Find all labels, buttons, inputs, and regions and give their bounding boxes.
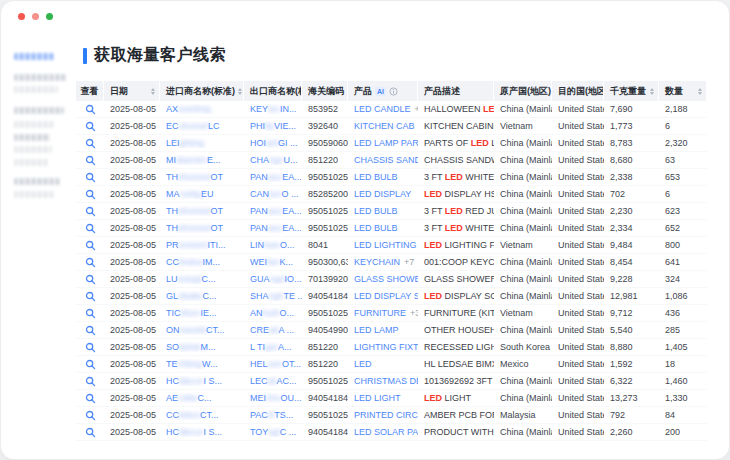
product-cell[interactable]: LED DISPLAY S+4 bbox=[348, 291, 418, 301]
exporter-link[interactable]: PANasoEA... bbox=[244, 223, 302, 233]
importer-link[interactable]: ONeworldCT... bbox=[160, 325, 244, 335]
product-cell[interactable]: KITCHEN CAB+12 bbox=[348, 121, 418, 131]
product-cell[interactable]: LED BULB bbox=[348, 223, 418, 233]
importer-link[interactable]: SOlarlukM... bbox=[160, 342, 244, 352]
importer-link[interactable]: HCldecorI S... bbox=[160, 376, 244, 386]
view-cell[interactable] bbox=[76, 291, 104, 302]
importer-link[interactable]: AXeverbrig bbox=[160, 104, 244, 114]
sidebar-item[interactable] bbox=[14, 146, 52, 153]
sidebar-item[interactable] bbox=[14, 86, 58, 93]
column-header-weight[interactable]: 千克重量 bbox=[604, 81, 659, 101]
exporter-link[interactable]: PACifiTS... bbox=[244, 410, 302, 420]
product-cell[interactable]: CHRISTMAS DE+1 bbox=[348, 376, 418, 386]
product-cell[interactable]: KEYCHAIN+7 bbox=[348, 257, 418, 267]
sidebar-item[interactable] bbox=[14, 121, 54, 128]
view-cell[interactable] bbox=[76, 359, 104, 370]
importer-link[interactable]: LUxuryglC... bbox=[160, 274, 244, 284]
product-cell[interactable]: LED BULB bbox=[348, 206, 418, 216]
importer-link[interactable]: PRemiumlITI... bbox=[160, 240, 244, 250]
product-cell[interactable]: GLASS SHOWE+2 bbox=[348, 274, 418, 284]
importer-link[interactable]: TICkfurnIE... bbox=[160, 308, 244, 318]
view-cell[interactable] bbox=[76, 325, 104, 336]
view-cell[interactable] bbox=[76, 410, 104, 421]
sort-icon[interactable] bbox=[647, 88, 654, 95]
exporter-link[interactable]: HOIanlGI ... bbox=[244, 138, 302, 148]
product-cell[interactable]: LED DISPLAY bbox=[348, 189, 418, 199]
product-cell[interactable]: LED LIGHT bbox=[348, 393, 418, 403]
sidebar-item[interactable] bbox=[14, 107, 64, 114]
sidebar-item[interactable] bbox=[14, 74, 66, 81]
exporter-link[interactable]: LECaliAC... bbox=[244, 376, 302, 386]
importer-link[interactable]: GLobalteC... bbox=[160, 291, 244, 301]
exporter-link[interactable]: LINkweO... bbox=[244, 240, 302, 250]
exporter-link[interactable]: SHAnghTE ... bbox=[244, 291, 302, 301]
view-cell[interactable] bbox=[76, 206, 104, 217]
importer-link[interactable]: AEroliteC... bbox=[160, 393, 244, 403]
exporter-link[interactable]: L TIgerA... bbox=[244, 342, 302, 352]
exporter-link[interactable]: CANtonO ... bbox=[244, 189, 302, 199]
sidebar-item-active[interactable] bbox=[14, 53, 54, 60]
column-header-exporter[interactable]: 出口商名称(标准) bbox=[244, 81, 302, 101]
exporter-link[interactable]: PANasoEA... bbox=[244, 206, 302, 216]
view-cell[interactable] bbox=[76, 308, 104, 319]
product-cell[interactable]: LIGHTING FIXTURE bbox=[348, 342, 418, 352]
view-cell[interactable] bbox=[76, 342, 104, 353]
exporter-link[interactable]: TOYsglC ... bbox=[244, 427, 302, 437]
view-cell[interactable] bbox=[76, 121, 104, 132]
exporter-link[interactable]: HELiomOT... bbox=[244, 359, 302, 369]
importer-link[interactable]: HCldecorI S... bbox=[160, 427, 244, 437]
product-cell[interactable]: LED CANDLE+1 bbox=[348, 104, 418, 114]
product-cell[interactable]: LED LAMP PART bbox=[348, 138, 418, 148]
product-cell[interactable]: LED BULB bbox=[348, 172, 418, 182]
product-cell[interactable]: LED SOLAR PATHW bbox=[348, 427, 418, 437]
importer-link[interactable]: LEIghting bbox=[160, 138, 244, 148]
importer-link[interactable]: TEchbrigW... bbox=[160, 359, 244, 369]
product-cell[interactable]: PRINTED CIRCUIT B bbox=[348, 410, 418, 420]
importer-link[interactable]: THehomedOT bbox=[160, 223, 244, 233]
exporter-link[interactable]: ANhuihO... bbox=[244, 308, 302, 318]
sidebar-item[interactable] bbox=[14, 178, 60, 185]
sort-icon[interactable] bbox=[695, 88, 702, 95]
view-cell[interactable] bbox=[76, 104, 104, 115]
window-minimize-button[interactable] bbox=[32, 13, 39, 20]
exporter-link[interactable]: GUAngdIO... bbox=[244, 274, 302, 284]
product-cell[interactable]: CHASSIS SAND+5 bbox=[348, 155, 418, 165]
view-cell[interactable] bbox=[76, 257, 104, 268]
window-zoom-button[interactable] bbox=[46, 13, 53, 20]
product-cell[interactable]: LED bbox=[348, 359, 418, 369]
view-cell[interactable] bbox=[76, 393, 104, 404]
product-cell[interactable]: LED LAMP bbox=[348, 325, 418, 335]
exporter-link[interactable]: PHIlipVIE... bbox=[244, 121, 302, 131]
product-cell[interactable]: FURNITURE+3 bbox=[348, 308, 418, 318]
sort-icon[interactable] bbox=[148, 88, 155, 95]
importer-link[interactable]: MArveligEU bbox=[160, 189, 244, 199]
column-header-date[interactable]: 日期 bbox=[104, 81, 160, 101]
info-icon[interactable] bbox=[389, 87, 398, 96]
view-cell[interactable] bbox=[76, 138, 104, 149]
column-header-importer[interactable]: 进口商名称(标准) bbox=[160, 81, 244, 101]
importer-link[interactable]: THehomedOT bbox=[160, 172, 244, 182]
exporter-link[interactable]: PANasoEA... bbox=[244, 172, 302, 182]
window-close-button[interactable] bbox=[18, 13, 25, 20]
view-cell[interactable] bbox=[76, 189, 104, 200]
exporter-link[interactable]: WEIfanK... bbox=[244, 257, 302, 267]
view-cell[interactable] bbox=[76, 172, 104, 183]
importer-link[interactable]: MIdwestmE... bbox=[160, 155, 244, 165]
view-cell[interactable] bbox=[76, 223, 104, 234]
exporter-link[interactable]: MEIzhoOU... bbox=[244, 393, 302, 403]
importer-link[interactable]: CClindusIM... bbox=[160, 257, 244, 267]
column-header-quantity[interactable]: 数量 bbox=[659, 81, 707, 101]
exporter-link[interactable]: CHAngzU... bbox=[244, 155, 302, 165]
importer-link[interactable]: ECohomelLC bbox=[160, 121, 244, 131]
importer-link[interactable]: THehomedOT bbox=[160, 206, 244, 216]
view-cell[interactable] bbox=[76, 427, 104, 438]
product-cell[interactable]: LED LIGHTING bbox=[348, 240, 418, 250]
sidebar-item[interactable] bbox=[14, 134, 50, 141]
view-cell[interactable] bbox=[76, 376, 104, 387]
view-cell[interactable] bbox=[76, 240, 104, 251]
sort-icon[interactable] bbox=[235, 88, 242, 95]
exporter-link[interactable]: CREatiA ... bbox=[244, 325, 302, 335]
sidebar-item[interactable] bbox=[14, 159, 48, 166]
view-cell[interactable] bbox=[76, 274, 104, 285]
importer-link[interactable]: CClelectCT... bbox=[160, 410, 244, 420]
